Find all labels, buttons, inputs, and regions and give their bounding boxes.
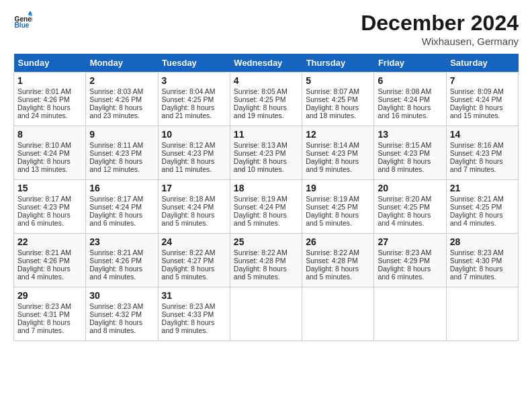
table-row: 14Sunrise: 8:16 AMSunset: 4:23 PMDayligh… (446, 126, 518, 180)
daylight-label: Daylight: 8 hours and 4 minutes. (378, 211, 431, 227)
day-number: 12 (306, 129, 370, 140)
page-header: General Blue December 2024 Wixhausen, Ge… (13, 11, 519, 47)
day-number: 30 (89, 290, 154, 301)
daylight-label: Daylight: 8 hours and 6 minutes. (17, 211, 71, 227)
table-row: 12Sunrise: 8:14 AMSunset: 4:23 PMDayligh… (302, 126, 374, 180)
table-row: 3Sunrise: 8:04 AMSunset: 4:25 PMDaylight… (158, 73, 230, 126)
day-number: 9 (89, 129, 154, 140)
svg-text:Blue: Blue (15, 21, 30, 29)
sunrise-label: Sunrise: 8:18 AM (162, 195, 216, 203)
sunset-label: Sunset: 4:24 PM (162, 203, 214, 211)
day-number: 20 (378, 183, 442, 193)
sunset-label: Sunset: 4:23 PM (89, 149, 142, 157)
daylight-label: Daylight: 8 hours and 9 minutes. (306, 157, 359, 173)
sunset-label: Sunset: 4:23 PM (378, 149, 430, 157)
sunset-label: Sunset: 4:24 PM (450, 95, 502, 103)
col-friday: Friday (374, 54, 446, 73)
sunset-label: Sunset: 4:25 PM (306, 95, 358, 103)
day-number: 18 (234, 183, 298, 193)
daylight-label: Daylight: 8 hours and 4 minutes. (450, 211, 503, 227)
day-number: 7 (450, 75, 515, 86)
day-number: 3 (162, 75, 226, 86)
table-row: 25Sunrise: 8:22 AMSunset: 4:28 PMDayligh… (230, 234, 302, 287)
table-row: 8Sunrise: 8:10 AMSunset: 4:24 PMDaylight… (14, 126, 86, 180)
sunset-label: Sunset: 4:25 PM (378, 203, 430, 211)
daylight-label: Daylight: 8 hours and 8 minutes. (378, 157, 431, 173)
sunset-label: Sunset: 4:24 PM (17, 149, 70, 157)
day-number: 24 (162, 236, 226, 247)
sunrise-label: Sunrise: 8:15 AM (378, 141, 431, 149)
sunset-label: Sunset: 4:23 PM (234, 149, 286, 157)
daylight-label: Daylight: 8 hours and 5 minutes. (306, 211, 359, 227)
day-number: 26 (306, 236, 370, 247)
header-row: Sunday Monday Tuesday Wednesday Thursday… (14, 54, 519, 73)
daylight-label: Daylight: 8 hours and 15 minutes. (450, 103, 503, 120)
day-number: 2 (89, 75, 154, 86)
sunrise-label: Sunrise: 8:22 AM (162, 248, 216, 257)
sunset-label: Sunset: 4:27 PM (162, 257, 214, 265)
sunset-label: Sunset: 4:26 PM (17, 257, 70, 265)
table-row: 16Sunrise: 8:17 AMSunset: 4:24 PMDayligh… (86, 180, 158, 234)
day-number: 8 (17, 129, 82, 140)
day-number: 14 (450, 129, 515, 140)
sunrise-label: Sunrise: 8:23 AM (17, 302, 71, 310)
sunrise-label: Sunrise: 8:12 AM (162, 141, 216, 149)
sunrise-label: Sunrise: 8:20 AM (378, 195, 431, 203)
table-row: 23Sunrise: 8:21 AMSunset: 4:26 PMDayligh… (86, 234, 158, 287)
day-number: 22 (17, 236, 82, 247)
table-row: 10Sunrise: 8:12 AMSunset: 4:23 PMDayligh… (158, 126, 230, 180)
sunset-label: Sunset: 4:23 PM (450, 149, 502, 157)
sunset-label: Sunset: 4:23 PM (306, 149, 358, 157)
day-number: 25 (234, 236, 298, 247)
daylight-label: Daylight: 8 hours and 23 minutes. (89, 103, 142, 120)
daylight-label: Daylight: 8 hours and 4 minutes. (89, 265, 142, 281)
sunrise-label: Sunrise: 8:17 AM (17, 195, 71, 203)
title-block: December 2024 Wixhausen, Germany (361, 11, 519, 47)
table-row: 2Sunrise: 8:03 AMSunset: 4:26 PMDaylight… (86, 73, 158, 126)
table-row: 18Sunrise: 8:19 AMSunset: 4:24 PMDayligh… (230, 180, 302, 234)
daylight-label: Daylight: 8 hours and 6 minutes. (378, 265, 431, 281)
logo-icon: General Blue (13, 11, 32, 30)
sunrise-label: Sunrise: 8:03 AM (89, 87, 143, 95)
table-row: 13Sunrise: 8:15 AMSunset: 4:23 PMDayligh… (374, 126, 446, 180)
col-tuesday: Tuesday (158, 54, 230, 73)
daylight-label: Daylight: 8 hours and 16 minutes. (378, 103, 431, 120)
day-number: 16 (89, 183, 154, 193)
day-number: 4 (234, 75, 298, 86)
table-row: 9Sunrise: 8:11 AMSunset: 4:23 PMDaylight… (86, 126, 158, 180)
sunset-label: Sunset: 4:23 PM (162, 149, 214, 157)
sunset-label: Sunset: 4:25 PM (162, 95, 214, 103)
table-row: 5Sunrise: 8:07 AMSunset: 4:25 PMDaylight… (302, 73, 374, 126)
sunset-label: Sunset: 4:26 PM (89, 257, 142, 265)
day-number: 5 (306, 75, 370, 86)
calendar-row: 22Sunrise: 8:21 AMSunset: 4:26 PMDayligh… (14, 234, 519, 287)
daylight-label: Daylight: 8 hours and 9 minutes. (162, 318, 215, 334)
table-row: 22Sunrise: 8:21 AMSunset: 4:26 PMDayligh… (14, 234, 86, 287)
sunrise-label: Sunrise: 8:21 AM (17, 248, 71, 257)
daylight-label: Daylight: 8 hours and 10 minutes. (234, 157, 287, 173)
sunrise-label: Sunrise: 8:09 AM (450, 87, 504, 95)
sunset-label: Sunset: 4:25 PM (450, 203, 502, 211)
col-thursday: Thursday (302, 54, 374, 73)
col-saturday: Saturday (446, 54, 518, 73)
sunset-label: Sunset: 4:25 PM (306, 203, 358, 211)
table-row: 15Sunrise: 8:17 AMSunset: 4:23 PMDayligh… (14, 180, 86, 234)
sunrise-label: Sunrise: 8:21 AM (89, 248, 143, 257)
day-number: 21 (450, 183, 515, 193)
table-row: 21Sunrise: 8:21 AMSunset: 4:25 PMDayligh… (446, 180, 518, 234)
table-row: 4Sunrise: 8:05 AMSunset: 4:25 PMDaylight… (230, 73, 302, 126)
table-row (230, 287, 302, 341)
daylight-label: Daylight: 8 hours and 5 minutes. (162, 211, 215, 227)
sunrise-label: Sunrise: 8:23 AM (450, 248, 504, 257)
day-number: 6 (378, 75, 442, 86)
day-number: 23 (89, 236, 154, 247)
day-number: 13 (378, 129, 442, 140)
daylight-label: Daylight: 8 hours and 19 minutes. (234, 103, 287, 120)
daylight-label: Daylight: 8 hours and 7 minutes. (17, 318, 71, 334)
table-row: 29Sunrise: 8:23 AMSunset: 4:31 PMDayligh… (14, 287, 86, 341)
table-row: 24Sunrise: 8:22 AMSunset: 4:27 PMDayligh… (158, 234, 230, 287)
table-row: 1Sunrise: 8:01 AMSunset: 4:26 PMDaylight… (14, 73, 86, 126)
sunrise-label: Sunrise: 8:17 AM (89, 195, 143, 203)
daylight-label: Daylight: 8 hours and 5 minutes. (306, 265, 359, 281)
sunrise-label: Sunrise: 8:21 AM (450, 195, 504, 203)
